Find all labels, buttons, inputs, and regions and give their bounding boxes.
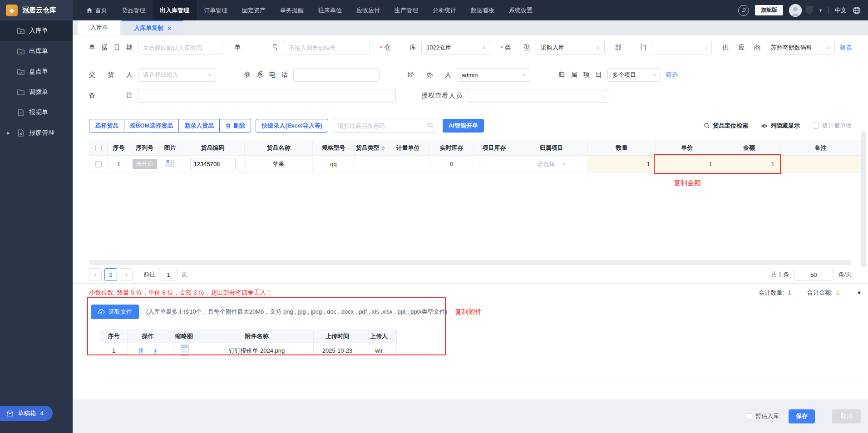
row-project-select[interactable]: 请选择 ∨ [515, 160, 587, 168]
quick-entry-button[interactable]: 快捷录入(Excel导入等) [256, 119, 328, 133]
dual-unit-toggle[interactable]: 双计量单位 [813, 122, 852, 130]
operator-select[interactable]: admin ∨ [457, 68, 530, 82]
menu-item-home[interactable]: 首页 [79, 0, 114, 20]
tool-label: 货品定位检索 [713, 122, 748, 130]
select-all-checkbox[interactable] [95, 145, 102, 151]
dual-unit-checkbox[interactable] [813, 123, 819, 129]
horizontal-scrollbar[interactable] [89, 260, 852, 265]
estimate-inbound-toggle[interactable]: 暂估入库 [746, 412, 779, 420]
warehouse-select[interactable]: 1022仓库 ∨ [421, 41, 490, 54]
department-cascader[interactable]: › [652, 41, 712, 54]
barcode-scan-input[interactable] [333, 119, 438, 133]
att-cell-ops [128, 343, 168, 359]
sidebar-item-transfer[interactable]: 调拨单 [0, 82, 73, 102]
new-goods-button[interactable]: 新录入货品 [179, 119, 220, 133]
eye-icon [761, 123, 768, 129]
menu-item-payables[interactable]: 应收应付 [349, 0, 387, 20]
menu-item-production[interactable]: 生产管理 [387, 0, 425, 20]
menu-item-goods[interactable]: 货品管理 [114, 0, 153, 20]
cell-remark[interactable] [780, 156, 861, 173]
next-page-button[interactable]: › [120, 268, 133, 281]
cell-project-stock [473, 156, 515, 173]
sidebar: 入库单 出库单 盘点单 调拨单 报损单 ▶ 报废管理 [0, 20, 73, 433]
download-attachment-icon[interactable] [152, 348, 158, 354]
collapse-caret-icon[interactable]: ▼ [857, 290, 862, 295]
search-icon [427, 122, 434, 129]
cancel-button[interactable]: 取消 [832, 409, 861, 423]
tab-close-icon[interactable]: × [168, 25, 171, 32]
save-button[interactable]: 保存 [789, 409, 815, 423]
tab-inbound-list[interactable]: 入库单 [78, 20, 120, 35]
menu-item-analytics[interactable]: 分析统计 [425, 0, 464, 20]
phone-input[interactable] [293, 68, 380, 82]
supplier-filter-link[interactable]: 筛选 [840, 44, 852, 52]
locate-search-tool[interactable]: 货品定位检索 [704, 122, 748, 130]
authorized-viewers-label: 授权查看人员 [421, 92, 462, 100]
support-icon[interactable] [738, 5, 749, 16]
form-row-3: 备注 授权查看人员 › [89, 89, 852, 103]
delete-attachment-icon[interactable] [138, 348, 144, 354]
globe-icon[interactable] [853, 6, 861, 15]
bill-no-input[interactable] [284, 41, 370, 54]
button-label: 按BOM选择货品 [130, 122, 173, 130]
cell-serial: 未开启 [130, 156, 159, 173]
cell-qty[interactable]: 1 [588, 156, 656, 173]
total-qty-value: 1 [788, 289, 791, 296]
col-type: 货品类型 [355, 140, 386, 156]
edition-badge[interactable]: 旗舰版 [755, 5, 783, 15]
menu-item-reminders[interactable]: 事务提醒 [273, 0, 311, 20]
goods-code-input[interactable] [190, 158, 236, 170]
select-goods-button[interactable]: 选择货品 [89, 119, 124, 133]
user-caret-icon[interactable]: ▼ [819, 8, 823, 13]
row-checkbox[interactable] [95, 161, 102, 167]
project-select[interactable]: 多个项目 ∨ [607, 68, 661, 82]
project-filter-link[interactable]: 筛选 [666, 71, 678, 79]
bill-date-input[interactable] [138, 41, 224, 54]
copy-amount-annotation: 复制金额 [674, 179, 701, 187]
cell-price[interactable]: 1 [656, 156, 718, 173]
goto-page-input[interactable] [159, 269, 178, 280]
cell-amount[interactable]: 1 [718, 156, 780, 173]
sidebar-item-scrap-management[interactable]: ▶ 报废管理 [0, 123, 73, 143]
supplier-select[interactable]: 苏州奇朗数码科 ∨ [766, 41, 835, 54]
deliverer-select[interactable]: 请选择或输入 ∨ [138, 68, 216, 82]
sidebar-item-inbound[interactable]: 入库单 [0, 20, 73, 41]
tab-label: 入库单 [90, 24, 108, 32]
remark-input[interactable] [138, 89, 396, 103]
ai-create-button[interactable]: AI智能开单 [443, 119, 484, 133]
footer-bar: 暂估入库 保存 取消 [145, 399, 868, 433]
draftbox-button[interactable]: 草稿箱 4 [0, 406, 53, 421]
menu-item-dashboard[interactable]: 数据看板 [464, 0, 502, 20]
menu-item-orders[interactable]: 订单管理 [197, 0, 235, 20]
avatar[interactable] [789, 4, 802, 17]
cell-name: 苹果 [245, 156, 313, 173]
menu-item-inout[interactable]: 出入库管理 [153, 0, 197, 20]
cell-image[interactable] [159, 156, 181, 173]
vertical-scrollbar[interactable] [861, 132, 866, 268]
menu-item-assets[interactable]: 固定资产 [235, 0, 273, 20]
sidebar-item-outbound[interactable]: 出库单 [0, 41, 73, 61]
sidebar-item-stocktake[interactable]: 盘点单 [0, 61, 73, 82]
choose-file-button[interactable]: 选取文件 [91, 305, 139, 319]
menu-item-settings[interactable]: 系统设置 [502, 0, 540, 20]
authorized-viewers-cascader[interactable]: › [468, 89, 608, 103]
att-cell-thumb[interactable] [168, 343, 200, 359]
delete-button[interactable]: 删除 [220, 119, 251, 133]
language-switch[interactable]: 中文 [835, 6, 847, 15]
sidebar-item-damage[interactable]: 报损单 [0, 102, 73, 123]
tab-inbound-copy[interactable]: 入库单复制 × [122, 20, 183, 35]
estimate-inbound-checkbox[interactable] [746, 413, 752, 419]
sort-caret-icon[interactable] [381, 146, 385, 151]
cell-code [181, 156, 245, 173]
page-number-button[interactable]: 1 [104, 268, 117, 281]
column-toggle-tool[interactable]: 列隐藏显示 [761, 122, 800, 130]
prev-page-button[interactable]: ‹ [89, 268, 102, 281]
cell-type [355, 156, 386, 173]
select-by-bom-button[interactable]: 按BOM选择货品 [124, 119, 179, 133]
expand-caret-icon[interactable]: ▶ [7, 131, 10, 135]
menu-item-partners[interactable]: 往来单位 [311, 0, 349, 20]
cell-spec: qq [313, 156, 355, 173]
type-select[interactable]: 采购入库 ∨ [536, 41, 605, 54]
image-placeholder-icon [166, 160, 174, 167]
page-size-input[interactable] [794, 269, 833, 280]
